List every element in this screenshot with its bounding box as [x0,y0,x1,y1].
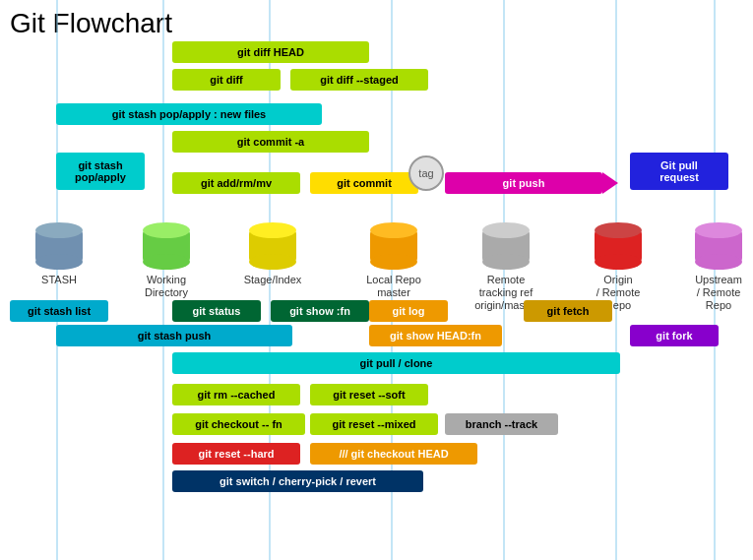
svg-point-10 [370,254,417,270]
badge-branch-track: branch --track [445,413,558,435]
badge-git-add-rm-mv: git add/rm/mv [172,172,300,194]
badge-git-commit: git commit [310,172,418,194]
cylinder-label-stage-index: Stage/Index [244,274,302,286]
badge-git-reset-mixed: git reset --mixed [310,413,438,435]
badge-git-diff-head: git diff HEAD [172,41,369,63]
cylinder-label-local-repo: Local Repo master [366,274,421,299]
badge-git-show-fn: git show :fn [271,300,369,322]
cylinder-label-working-dir: Working Directory [145,274,188,299]
badge-git-log: git log [369,300,448,322]
svg-point-1 [35,254,83,270]
badge-git-commit-a: git commit -a [172,131,369,153]
svg-point-17 [595,222,642,238]
svg-point-7 [249,254,296,270]
cylinder-remote-tracking: Remote tracking ref origin/master [476,217,535,313]
cylinder-stash: STASH [30,217,89,286]
svg-point-20 [695,222,742,238]
badge-git-diff: git diff [172,69,281,91]
svg-point-19 [695,254,742,270]
badge-git-fetch: git fetch [524,300,612,322]
cylinder-origin-remote: Origin / Remote Repo [589,217,648,313]
badge-git-checkout-fn: git checkout -- fn [172,413,305,435]
badge-git-reset-hard: git reset --hard [172,443,300,465]
svg-point-2 [35,222,83,238]
badge-git-stash-push: git stash push [56,325,292,346]
badge-git-stash-pop-apply-new: git stash pop/apply : new files [56,103,322,125]
badge-git-fork: git fork [630,325,719,346]
svg-point-8 [249,222,296,238]
badge-git-pull-request: Git pull request [630,153,728,190]
svg-point-4 [143,254,190,270]
badge-git-switch-cherry: git switch / cherry-pick / revert [172,470,423,492]
svg-point-13 [482,254,530,270]
badge-git-diff-staged: git diff --staged [290,69,428,91]
badge-git-pull-clone: git pull / clone [172,352,620,374]
badge-git-show-head-fn: git show HEAD:fn [369,325,502,346]
badge-git-reset-soft: git reset --soft [310,384,428,405]
svg-point-5 [143,222,190,238]
svg-point-11 [370,222,417,238]
flowchart-canvas: Git Flowchart STASHWorking DirectoryStag… [0,0,753,560]
badge-git-status: git status [172,300,261,322]
badge-git-push: git push [445,172,602,194]
cylinder-local-repo: Local Repo master [364,217,423,299]
page-title: Git Flowchart [10,8,172,39]
svg-point-14 [482,222,530,238]
cylinder-label-stash: STASH [41,274,77,286]
cylinder-label-upstream-remote: Upstream / Remote Repo [695,274,742,313]
cylinder-working-dir: Working Directory [137,217,196,299]
badge-git-checkout-head: /// git checkout HEAD [310,443,477,465]
svg-point-16 [595,254,642,270]
cylinder-upstream-remote: Upstream / Remote Repo [689,217,748,313]
badge-git-stash-pop-apply: git stash pop/apply [56,153,145,190]
badge-git-stash-list: git stash list [10,300,108,322]
badge-git-rm-cached: git rm --cached [172,384,300,405]
cylinder-stage-index: Stage/Index [243,217,302,286]
tag-circle: tag [408,156,444,191]
